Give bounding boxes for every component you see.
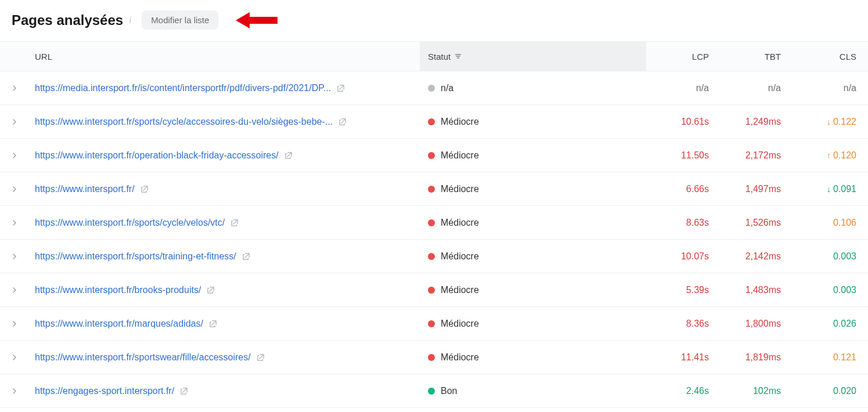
status-label: Médiocre: [441, 285, 479, 295]
column-header-cls[interactable]: CLS: [790, 52, 868, 62]
info-icon[interactable]: i: [129, 15, 131, 25]
external-link-icon[interactable]: [141, 185, 149, 193]
status-cell: Médiocre: [420, 117, 646, 127]
url-link[interactable]: https://www.intersport.fr/: [35, 184, 135, 194]
expand-button[interactable]: [0, 388, 29, 394]
external-link-icon[interactable]: [207, 285, 215, 294]
trend-down-icon: ↓: [826, 117, 831, 127]
url-cell: https://www.intersport.fr/brooks-produit…: [29, 285, 420, 295]
status-dot: [428, 152, 435, 159]
url-link[interactable]: https://engages-sport.intersport.fr/: [35, 386, 174, 396]
cls-cell: 0.026: [790, 319, 868, 329]
external-link-icon[interactable]: [180, 386, 189, 395]
table-row: https://www.intersport.fr/sports/trainin…: [0, 240, 868, 273]
cls-value: 0.106: [833, 218, 856, 228]
arrow-annotation: [236, 11, 278, 30]
status-cell: Médiocre: [420, 352, 646, 363]
url-cell: https://www.intersport.fr/sports/cycle/a…: [29, 117, 420, 127]
url-link[interactable]: https://www.intersport.fr/sportswear/fil…: [35, 352, 251, 363]
expand-button[interactable]: [0, 287, 29, 293]
url-link[interactable]: https://www.intersport.fr/sports/cycle/a…: [35, 117, 333, 127]
expand-button[interactable]: [0, 153, 29, 158]
url-link[interactable]: https://www.intersport.fr/sports/trainin…: [35, 251, 236, 262]
status-cell: Bon: [420, 386, 646, 396]
status-cell: n/a: [420, 83, 646, 93]
status-label: Médiocre: [441, 184, 479, 194]
table-row: https://www.intersport.fr/sports/cycle/a…: [0, 105, 868, 139]
table-row: https://media.intersport.fr/is/content/i…: [0, 71, 868, 105]
expand-button[interactable]: [0, 186, 29, 192]
expand-button[interactable]: [0, 119, 29, 125]
expand-button[interactable]: [0, 254, 29, 259]
cls-value: 0.122: [833, 117, 856, 127]
page-title: Pages analysées: [12, 12, 123, 28]
trend-up-icon: ↑: [826, 150, 831, 160]
expand-button[interactable]: [0, 355, 29, 360]
lcp-value: 10.61s: [646, 117, 718, 127]
status-label: Médiocre: [441, 117, 479, 127]
cls-value: 0.003: [833, 285, 856, 295]
tbt-value: 102ms: [718, 386, 790, 396]
sort-icon: [454, 52, 462, 60]
cls-value: 0.120: [833, 150, 856, 161]
svg-marker-0: [236, 12, 278, 28]
modify-list-button[interactable]: Modifier la liste: [142, 10, 218, 30]
external-link-icon[interactable]: [209, 319, 218, 328]
lcp-value: 11.50s: [646, 150, 718, 161]
url-link[interactable]: https://www.intersport.fr/brooks-produit…: [35, 285, 201, 295]
table-header: URL Statut LCP TBT CLS: [0, 41, 868, 71]
external-link-icon[interactable]: [338, 117, 347, 126]
lcp-value: 5.39s: [646, 285, 718, 295]
tbt-value: 1,819ms: [718, 352, 790, 363]
status-label: Médiocre: [441, 319, 479, 329]
external-link-icon[interactable]: [284, 151, 293, 160]
status-cell: Médiocre: [420, 285, 646, 295]
expand-button[interactable]: [0, 220, 29, 226]
status-dot: [428, 186, 435, 193]
expand-button[interactable]: [0, 321, 29, 327]
external-link-icon[interactable]: [257, 353, 265, 362]
external-link-icon[interactable]: [230, 218, 239, 227]
lcp-value: n/a: [646, 83, 718, 93]
external-link-icon[interactable]: [242, 252, 251, 261]
status-cell: Médiocre: [420, 150, 646, 161]
status-cell: Médiocre: [420, 184, 646, 194]
status-dot: [428, 287, 435, 294]
cls-value: 0.020: [833, 386, 856, 396]
cls-cell: ↓0.122: [790, 117, 868, 127]
table-row: https://www.intersport.fr/marques/adidas…: [0, 307, 868, 341]
tbt-value: 1,497ms: [718, 184, 790, 194]
url-cell: https://www.intersport.fr/sports/cycle/v…: [29, 218, 420, 228]
status-dot: [428, 85, 435, 92]
url-link[interactable]: https://www.intersport.fr/sports/cycle/v…: [35, 218, 225, 228]
external-link-icon[interactable]: [337, 84, 345, 92]
column-header-tbt[interactable]: TBT: [718, 52, 790, 62]
cls-value: 0.026: [833, 319, 856, 329]
url-link[interactable]: https://media.intersport.fr/is/content/i…: [35, 83, 331, 93]
cls-cell: n/a: [790, 83, 868, 93]
url-cell: https://www.intersport.fr/: [29, 184, 420, 194]
status-dot: [428, 118, 435, 125]
lcp-value: 6.66s: [646, 184, 718, 194]
status-dot: [428, 320, 435, 327]
url-link[interactable]: https://www.intersport.fr/operation-blac…: [35, 150, 279, 161]
column-header-url[interactable]: URL: [29, 52, 420, 62]
table-row: https://www.intersport.fr/Médiocre6.66s1…: [0, 172, 868, 206]
url-link[interactable]: https://www.intersport.fr/marques/adidas…: [35, 319, 203, 329]
status-label: Médiocre: [441, 251, 479, 262]
lcp-value: 2.46s: [646, 386, 718, 396]
url-cell: https://engages-sport.intersport.fr/: [29, 386, 420, 396]
url-cell: https://www.intersport.fr/marques/adidas…: [29, 319, 420, 329]
cls-cell: 0.003: [790, 285, 868, 295]
status-dot: [428, 354, 435, 361]
column-header-status[interactable]: Statut: [420, 42, 646, 71]
status-dot: [428, 219, 435, 226]
tbt-value: n/a: [718, 83, 790, 93]
trend-down-icon: ↓: [826, 184, 831, 194]
url-cell: https://media.intersport.fr/is/content/i…: [29, 83, 420, 93]
status-cell: Médiocre: [420, 251, 646, 262]
table-row: https://www.intersport.fr/sportswear/fil…: [0, 341, 868, 374]
lcp-value: 8.63s: [646, 218, 718, 228]
column-header-lcp[interactable]: LCP: [646, 52, 718, 62]
expand-button[interactable]: [0, 85, 29, 91]
